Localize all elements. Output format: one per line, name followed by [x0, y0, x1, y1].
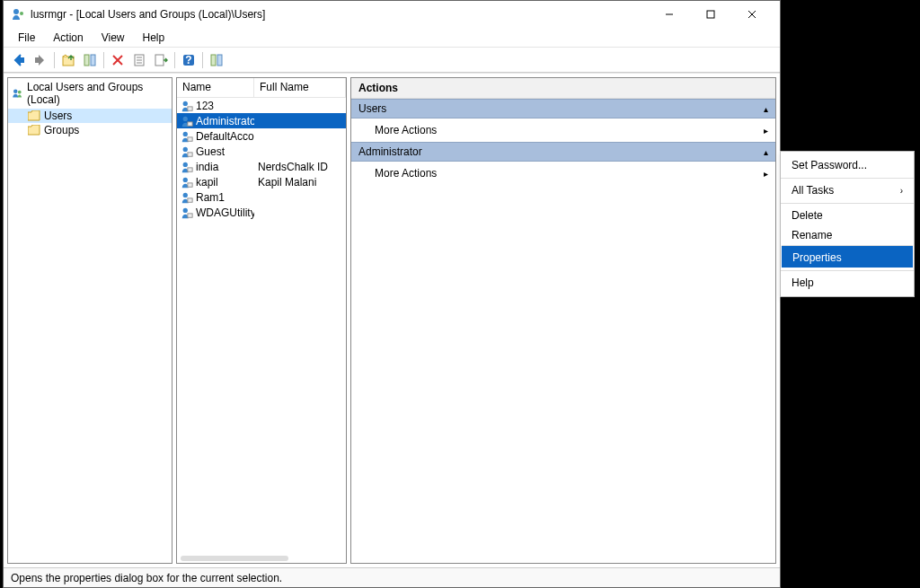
ctx-set-password[interactable]: Set Password... — [781, 155, 914, 175]
maximize-button[interactable] — [690, 1, 731, 28]
body-area: Local Users and Groups (Local) Users Gro… — [4, 73, 780, 567]
svg-rect-3 — [707, 11, 714, 18]
chevron-right-icon — [764, 124, 768, 136]
action-more-users[interactable]: More Actions — [351, 118, 775, 142]
svg-rect-29 — [188, 152, 192, 155]
action-group-label: Administrator — [358, 145, 422, 158]
svg-point-34 — [183, 192, 188, 197]
context-menu: Set Password... All Tasks › Delete Renam… — [780, 151, 915, 297]
chevron-right-icon: › — [900, 186, 903, 196]
tree-node-groups[interactable]: Groups — [8, 123, 172, 137]
user-row[interactable]: WDAGUtility... — [177, 205, 346, 220]
refresh-button[interactable] — [207, 50, 226, 70]
tree-groups-label: Groups — [44, 124, 79, 136]
menu-help[interactable]: Help — [136, 30, 172, 46]
svg-point-21 — [18, 91, 22, 94]
group-icon — [12, 88, 23, 99]
action-more-admin[interactable]: More Actions — [351, 162, 775, 185]
user-row[interactable]: Administrator — [177, 113, 346, 128]
user-row[interactable]: 123 — [177, 98, 346, 113]
column-fullname[interactable]: Full Name — [254, 78, 346, 97]
svg-point-22 — [183, 101, 188, 105]
titlebar: lusrmgr - [Local Users and Groups (Local… — [4, 1, 780, 28]
main-window: lusrmgr - [Local Users and Groups (Local… — [3, 0, 781, 588]
svg-point-36 — [183, 207, 188, 212]
menubar: File Action View Help — [4, 28, 780, 48]
up-button[interactable] — [58, 50, 78, 70]
tree-users-label: Users — [44, 110, 72, 122]
properties-button[interactable] — [129, 50, 149, 70]
export-button[interactable] — [151, 50, 171, 70]
user-name: 123 — [196, 100, 214, 112]
user-name: Administrator — [196, 115, 254, 127]
svg-point-20 — [13, 90, 18, 94]
menu-action[interactable]: Action — [46, 30, 90, 46]
ctx-all-tasks[interactable]: All Tasks › — [781, 178, 914, 200]
svg-point-28 — [183, 146, 188, 151]
ctx-properties[interactable]: Properties — [782, 245, 913, 268]
window-title: lusrmgr - [Local Users and Groups (Local… — [31, 8, 649, 21]
separator — [103, 52, 104, 68]
svg-rect-18 — [211, 55, 216, 66]
tree-root[interactable]: Local Users and Groups (Local) — [8, 78, 172, 109]
svg-rect-37 — [188, 213, 192, 216]
tree-node-users[interactable]: Users — [8, 109, 172, 123]
svg-rect-35 — [188, 197, 192, 201]
action-group-users[interactable]: Users — [351, 99, 775, 118]
delete-button[interactable] — [108, 50, 128, 70]
detail-pane: Name Full Name 123AdministratorDefaultAc… — [176, 77, 347, 564]
menu-file[interactable]: File — [11, 30, 42, 46]
svg-rect-27 — [188, 136, 192, 140]
user-row[interactable]: kapilKapil Malani — [177, 174, 346, 189]
user-name: DefaultAcco... — [196, 130, 254, 143]
column-name[interactable]: Name — [177, 78, 254, 97]
svg-rect-19 — [217, 55, 222, 66]
separator — [202, 52, 203, 68]
action-group-admin[interactable]: Administrator — [351, 142, 775, 162]
chevron-right-icon — [764, 167, 768, 180]
show-hide-button[interactable] — [80, 50, 100, 70]
svg-point-26 — [183, 131, 188, 136]
actions-pane: Actions Users More Actions Administrator… — [350, 77, 776, 564]
toolbar: ? — [4, 48, 780, 73]
tree-pane: Local Users and Groups (Local) Users Gro… — [7, 77, 172, 564]
close-button[interactable] — [731, 1, 773, 28]
user-row[interactable]: Ram1 — [177, 189, 346, 205]
user-row[interactable]: DefaultAcco... — [177, 128, 346, 144]
window-controls — [649, 1, 773, 28]
folder-icon — [28, 110, 40, 121]
user-row[interactable]: indiaNerdsChalk ID — [177, 159, 346, 174]
status-text: Opens the properties dialog box for the … — [11, 572, 282, 584]
svg-point-24 — [183, 116, 188, 120]
chevron-up-icon — [764, 145, 768, 158]
back-button[interactable] — [9, 50, 29, 70]
svg-text:?: ? — [185, 54, 191, 66]
svg-rect-33 — [188, 182, 192, 186]
detail-header: Name Full Name — [177, 78, 346, 98]
action-item-label: More Actions — [375, 124, 437, 136]
ctx-delete[interactable]: Delete — [781, 203, 914, 225]
help-button[interactable]: ? — [179, 50, 199, 70]
action-item-label: More Actions — [375, 167, 437, 180]
user-name: Guest — [196, 145, 225, 158]
horizontal-scrollbar[interactable] — [181, 556, 288, 561]
svg-rect-15 — [155, 55, 164, 66]
tree-root-label: Local Users and Groups (Local) — [27, 81, 168, 106]
svg-rect-7 — [84, 55, 89, 66]
app-icon — [11, 7, 25, 22]
user-name: WDAGUtility... — [196, 206, 254, 219]
user-name: kapil — [196, 176, 218, 189]
separator — [174, 52, 175, 68]
svg-rect-25 — [188, 121, 192, 125]
forward-button[interactable] — [31, 50, 50, 70]
menu-view[interactable]: View — [94, 30, 132, 46]
ctx-help[interactable]: Help — [781, 270, 914, 293]
user-fullname: Kapil Malani — [258, 176, 316, 189]
chevron-up-icon — [764, 102, 768, 115]
ctx-rename[interactable]: Rename — [781, 225, 914, 245]
svg-point-30 — [183, 162, 188, 166]
svg-rect-8 — [91, 55, 95, 66]
minimize-button[interactable] — [649, 1, 690, 28]
user-row[interactable]: Guest — [177, 144, 346, 159]
svg-point-32 — [183, 177, 188, 181]
